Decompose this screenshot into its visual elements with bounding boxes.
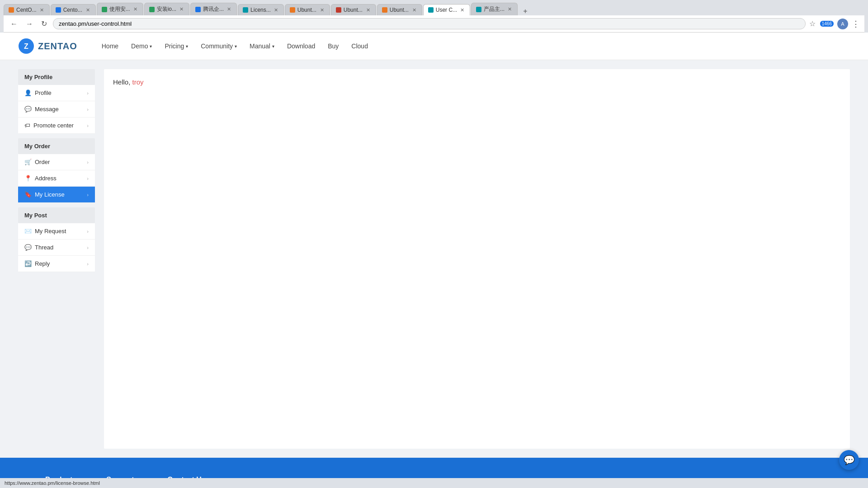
nav-community[interactable]: Community ▾ — [194, 34, 243, 58]
message-chevron: › — [87, 107, 89, 112]
tab-close-11[interactable]: ✕ — [507, 6, 513, 12]
tab-favicon-7 — [290, 7, 295, 13]
back-button[interactable]: ← — [8, 19, 20, 29]
nav-manual[interactable]: Manual ▾ — [243, 34, 281, 58]
tab-title-3: 使用安... — [109, 5, 130, 13]
address-input[interactable] — [53, 18, 806, 29]
bookmark-button[interactable]: ☆ — [809, 19, 816, 28]
browser-tab-10[interactable]: User C... ✕ — [423, 4, 470, 15]
status-url: https://www.zentao.pm/license-browse.htm… — [5, 480, 863, 486]
demo-caret: ▾ — [150, 44, 152, 49]
address-bar-row: ← → ↻ ☆ 1466 A ⋮ — [4, 15, 864, 33]
sidebar-item-message[interactable]: 💬 Message › — [18, 101, 95, 117]
sidebar-section-my-profile: My Profile — [18, 69, 95, 85]
forward-button[interactable]: → — [24, 19, 35, 29]
address-icon: 📍 — [24, 175, 32, 182]
nav-download[interactable]: Download — [281, 34, 321, 58]
sidebar-message-label: Message — [35, 106, 59, 113]
tab-close-10[interactable]: ✕ — [459, 7, 465, 13]
sidebar-item-promote[interactable]: 🏷 Promote center › — [18, 117, 95, 134]
reload-button[interactable]: ↻ — [39, 19, 49, 29]
tab-favicon-8 — [336, 7, 341, 13]
site-nav: Z ZENTAO Home Demo ▾ Pricing ▾ Community… — [0, 33, 868, 60]
thread-icon: 💬 — [24, 244, 32, 251]
new-tab-button[interactable]: + — [520, 7, 530, 15]
nav-demo[interactable]: Demo ▾ — [125, 34, 158, 58]
browser-tab-6[interactable]: Licens... ✕ — [238, 4, 284, 15]
site-logo[interactable]: Z ZENTAO — [18, 33, 77, 60]
tab-title-10: User C... — [436, 7, 457, 13]
tab-close-4[interactable]: ✕ — [179, 6, 184, 12]
badge-count: 1466 — [820, 21, 834, 27]
sidebar-item-myrequest[interactable]: ✉️ My Request › — [18, 223, 95, 239]
profile-chevron: › — [87, 90, 89, 96]
username: troy — [132, 78, 144, 86]
tab-close-6[interactable]: ✕ — [273, 7, 279, 13]
tab-favicon-2 — [56, 7, 61, 13]
sidebar-item-profile[interactable]: 👤 Profile › — [18, 85, 95, 101]
browser-tab-3[interactable]: 使用安... ✕ — [97, 3, 143, 15]
browser-menu-button[interactable]: ⋮ — [852, 19, 860, 29]
nav-pricing[interactable]: Pricing ▾ — [158, 34, 194, 58]
license-icon: 🔖 — [24, 191, 32, 198]
chat-widget[interactable]: 💬 — [839, 450, 859, 470]
tab-title-1: CentO... — [16, 7, 37, 13]
browser-tab-2[interactable]: Cento... ✕ — [51, 4, 96, 15]
tab-favicon-3 — [102, 7, 107, 12]
content-area: Hello, troy — [104, 69, 850, 449]
sidebar-item-order[interactable]: 🛒 Order › — [18, 154, 95, 170]
tab-title-6: Licens... — [250, 7, 271, 13]
message-icon: 💬 — [24, 106, 32, 113]
sidebar-group-post: My Post ✉️ My Request › 💬 Thread › — [18, 207, 95, 272]
tab-close-1[interactable]: ✕ — [39, 7, 45, 13]
browser-tab-5[interactable]: 腾讯企... ✕ — [190, 3, 237, 15]
sidebar-item-reply[interactable]: ↩️ Reply › — [18, 256, 95, 272]
browser-tab-4[interactable]: 安装io... ✕ — [144, 3, 189, 15]
order-chevron: › — [87, 160, 89, 165]
tab-close-8[interactable]: ✕ — [365, 7, 371, 13]
browser-tab-9[interactable]: Ubunt... ✕ — [377, 4, 422, 15]
sidebar-reply-label: Reply — [35, 260, 50, 267]
hello-prefix: Hello, — [113, 78, 132, 86]
sidebar-thread-label: Thread — [35, 244, 53, 251]
sidebar-group-profile: My Profile 👤 Profile › 💬 Message › — [18, 69, 95, 134]
sidebar-group-order: My Order 🛒 Order › 📍 Address › — [18, 138, 95, 203]
sidebar-item-address[interactable]: 📍 Address › — [18, 170, 95, 187]
browser-tab-11[interactable]: 产品主... ✕ — [471, 3, 518, 15]
sidebar-order-label: Order — [35, 159, 50, 165]
thread-chevron: › — [87, 245, 89, 250]
tab-close-7[interactable]: ✕ — [319, 7, 325, 13]
tab-favicon-11 — [476, 7, 481, 12]
tab-close-9[interactable]: ✕ — [411, 7, 417, 13]
request-chevron: › — [87, 229, 89, 234]
sidebar-request-label: My Request — [35, 228, 66, 235]
page-content: Z ZENTAO Home Demo ▾ Pricing ▾ Community… — [0, 33, 868, 488]
tab-close-5[interactable]: ✕ — [226, 6, 232, 12]
manual-caret: ▾ — [272, 44, 274, 49]
browser-tab-8[interactable]: Ubunt... ✕ — [331, 4, 376, 15]
license-chevron: › — [87, 192, 89, 197]
svg-text:Z: Z — [24, 42, 28, 50]
nav-home[interactable]: Home — [95, 34, 125, 58]
main-layout: My Profile 👤 Profile › 💬 Message › — [0, 60, 868, 458]
sidebar-item-mylicense[interactable]: 🔖 My License › — [18, 187, 95, 203]
tab-close-2[interactable]: ✕ — [85, 7, 91, 13]
logo-text: ZENTAO — [38, 41, 77, 52]
browser-tab-1[interactable]: CentO... ✕ — [4, 4, 50, 15]
nav-cloud[interactable]: Cloud — [345, 34, 374, 58]
community-caret: ▾ — [235, 44, 237, 49]
nav-buy[interactable]: Buy — [321, 34, 345, 58]
reply-icon: ↩️ — [24, 260, 32, 267]
browser-chrome: CentO... ✕ Cento... ✕ 使用安... ✕ 安装io... ✕… — [0, 0, 868, 33]
profile-avatar[interactable]: A — [837, 19, 848, 29]
sidebar-item-thread[interactable]: 💬 Thread › — [18, 239, 95, 256]
sidebar-section-my-post: My Post — [18, 207, 95, 223]
tab-title-4: 安装io... — [157, 5, 176, 13]
status-bar: https://www.zentao.pm/license-browse.htm… — [0, 478, 868, 488]
tab-title-8: Ubunt... — [344, 7, 363, 13]
reply-chevron: › — [87, 261, 89, 267]
browser-tab-7[interactable]: Ubunt... ✕ — [285, 4, 330, 15]
tab-close-3[interactable]: ✕ — [132, 6, 138, 12]
tab-title-2: Cento... — [63, 7, 83, 13]
promote-chevron: › — [87, 123, 89, 128]
